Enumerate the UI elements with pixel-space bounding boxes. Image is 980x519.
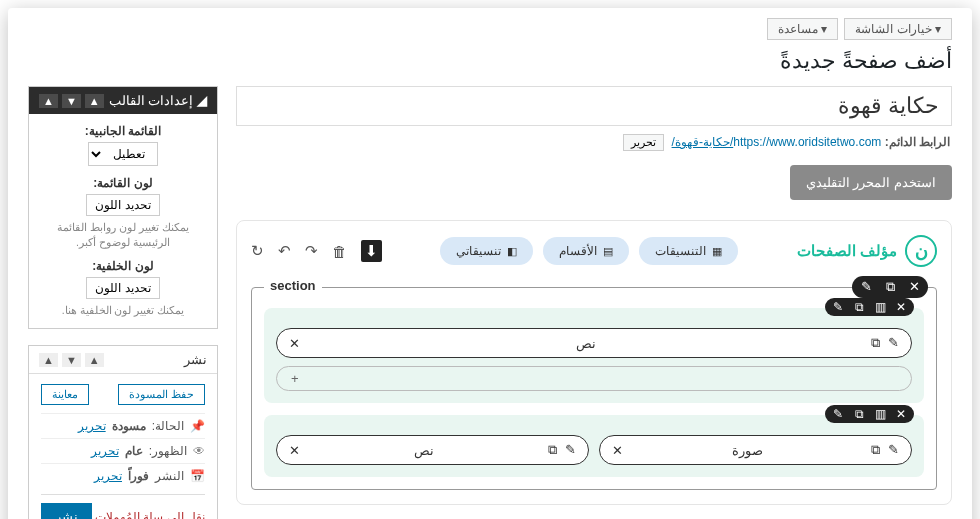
columns-icon[interactable]: ▥ [873,300,887,314]
close-icon[interactable]: ✕ [289,443,300,458]
down-icon[interactable]: ▼ [62,353,81,367]
element-label[interactable]: نص [414,443,434,458]
edit-icon[interactable]: ✎ [888,442,899,458]
postbox-header[interactable]: نشر ▲▼▲ [29,346,217,374]
builder-row: ✎ ⧉ ▥ ✕ ✕ نص ⧉ ✎ [264,308,924,403]
edit-icon[interactable]: ✎ [888,335,899,351]
edit-icon[interactable]: ✎ [565,442,576,458]
history-icon[interactable]: ↻ [251,242,264,260]
down-icon[interactable]: ▼ [62,94,81,108]
edit-icon[interactable]: ✎ [831,407,845,421]
postbox-header[interactable]: ◢ إعدادات القالب ▲▼▲ [29,87,217,114]
publish-button[interactable]: نشر [41,503,92,519]
bg-color-label: لون الخلفية: [41,259,205,273]
close-icon[interactable]: ✕ [612,443,623,458]
row-controls: ✎ ⧉ ▥ ✕ [825,298,914,316]
preview-button[interactable]: معاينة [41,384,89,405]
formats-tab[interactable]: ▦التنسيقات [639,237,738,265]
move-to-trash-link[interactable]: نقل إلى سلة المُهملات [95,510,205,519]
close-icon[interactable]: ✕ [289,336,300,351]
columns-icon[interactable]: ▥ [873,407,887,421]
page-title: أضف صفحةً جديدةً [28,48,952,74]
row-controls: ✎ ⧉ ▥ ✕ [825,405,914,423]
close-icon[interactable]: ✕ [894,300,908,314]
permalink-edit-button[interactable]: تحرير [623,134,664,151]
section-label: section [264,278,322,293]
builder-row: ✎ ⧉ ▥ ✕ ✕ نص ⧉✎ ✕ [264,415,924,477]
edit-icon[interactable]: ✎ [831,300,845,314]
copy-icon[interactable]: ⧉ [871,442,880,458]
sections-icon: ▤ [603,245,613,258]
bg-color-button[interactable]: تحديد اللون [86,277,159,299]
download-icon[interactable]: ⬇ [361,240,382,262]
publish-box: نشر ▲▼▲ حفظ المسودة معاينة 📌 الحالة: مسو… [28,345,218,519]
calendar-icon: 📅 [190,469,205,483]
permalink-base[interactable]: https://www.oridsitetwo.com [733,135,881,149]
text-element: ✕ نص ⧉✎ [276,435,589,465]
copy-icon[interactable]: ⧉ [548,442,557,458]
copy-icon[interactable]: ⧉ [852,407,866,421]
element-label[interactable]: نص [576,336,596,351]
classic-editor-button[interactable]: استخدم المحرر التقليدي [790,165,952,200]
sidebar-column: ◢ إعدادات القالب ▲▼▲ القائمة الجانبية: ت… [28,86,218,519]
layout-icon: ▦ [712,245,722,258]
builder-section: section ✎ ⧉ ✕ ✎ ⧉ ▥ ✕ [251,287,937,490]
copy-icon[interactable]: ⧉ [882,279,898,295]
permalink-slug: /حكاية-قهوة/ [672,135,734,149]
save-draft-button[interactable]: حفظ المسودة [118,384,205,405]
sections-tab[interactable]: ▤الأقسام [543,237,629,265]
post-title-input[interactable] [236,86,952,126]
theme-settings-box: ◢ إعدادات القالب ▲▼▲ القائمة الجانبية: ت… [28,86,218,329]
side-menu-label: القائمة الجانبية: [41,124,205,138]
main-column: الرابط الدائم: https://www.oridsitetwo.c… [236,86,952,505]
image-element: ✕ صورة ⧉✎ [599,435,912,465]
page-builder-panel: ن مؤلف الصفحات ▦التنسيقات ▤الأقسام ◧تنسي… [236,220,952,505]
toggle-icon[interactable]: ▲ [85,353,104,367]
redo-icon[interactable]: ↷ [305,242,318,260]
section-controls: ✎ ⧉ ✕ [852,276,928,298]
screen-options-bar: مساعدة ▾ خيارات الشاشة ▾ [28,18,952,40]
menu-color-button[interactable]: تحديد اللون [86,194,159,216]
add-element-button[interactable]: + [276,366,912,391]
text-element: ✕ نص ⧉ ✎ [276,328,912,358]
close-icon[interactable]: ✕ [894,407,908,421]
copy-icon[interactable]: ⧉ [852,300,866,314]
pin-icon: 📌 [190,419,205,433]
screen-options-button[interactable]: خيارات الشاشة ▾ [844,18,952,40]
edit-visibility-link[interactable]: تحرير [91,444,119,458]
eye-icon: 👁 [193,444,205,458]
side-menu-select[interactable]: تعطيل [88,142,158,166]
undo-icon[interactable]: ↶ [278,242,291,260]
edit-schedule-link[interactable]: تحرير [94,469,122,483]
bg-color-desc: يمكنك تغيير لون الخلفية هنا. [41,303,205,318]
element-label[interactable]: صورة [732,443,763,458]
visibility-row: 👁 الظهور: عام تحرير [41,438,205,463]
permalink-row: الرابط الدائم: https://www.oridsitetwo.c… [238,134,950,151]
copy-icon[interactable]: ⧉ [871,335,880,351]
trash-icon[interactable]: 🗑 [332,243,347,260]
builder-tools: ↻ ↶ ↷ 🗑 ⬇ [251,240,382,262]
save-icon: ◧ [507,245,517,258]
menu-color-label: لون القائمة: [41,176,205,190]
myformats-tab[interactable]: ◧تنسيقاتي [440,237,533,265]
status-row: 📌 الحالة: مسودة تحرير [41,413,205,438]
schedule-row: 📅 النشر فوراً تحرير [41,463,205,488]
edit-icon[interactable]: ✎ [858,279,874,295]
brand-logo-icon: ن [905,235,937,267]
toggle-icon[interactable]: ▲ [85,94,104,108]
edit-status-link[interactable]: تحرير [78,419,106,433]
close-icon[interactable]: ✕ [906,279,922,295]
up-icon[interactable]: ▲ [39,94,58,108]
menu-color-desc: يمكنك تغيير لون روابط القائمة الرئيسية ل… [41,220,205,249]
up-icon[interactable]: ▲ [39,353,58,367]
builder-brand: ن مؤلف الصفحات [797,235,937,267]
help-button[interactable]: مساعدة ▾ [767,18,838,40]
